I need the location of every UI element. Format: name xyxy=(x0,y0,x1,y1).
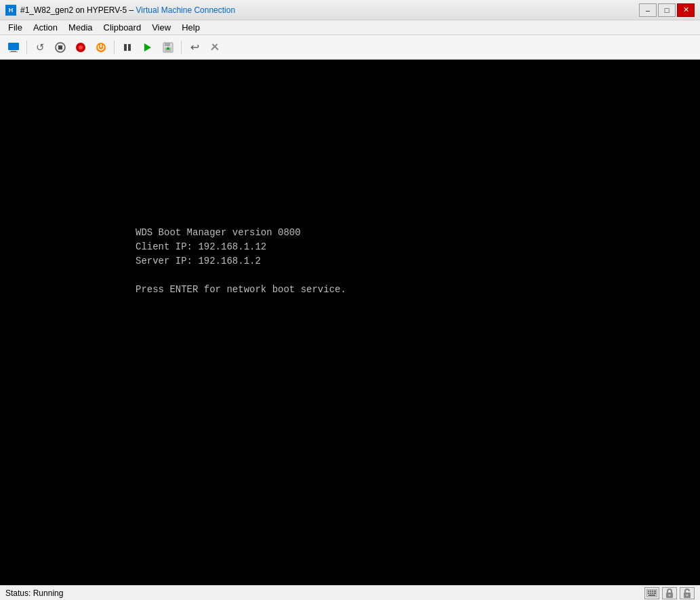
toolbar: ↺ xyxy=(0,35,700,60)
lock-open-icon xyxy=(680,587,695,599)
boot-line-3: Server IP: 192.168.1.2 xyxy=(136,254,346,268)
title-bar-left: H #1_W82_gen2 on HYPERV-5 – Virtual Mach… xyxy=(5,5,235,16)
menu-action[interactable]: Action xyxy=(28,21,63,34)
toolbar-separator-1 xyxy=(26,41,27,54)
minimize-button[interactable]: – xyxy=(639,3,657,17)
shutdown-button[interactable] xyxy=(71,39,90,56)
title-suffix: Virtual Machine Connection xyxy=(136,5,236,15)
toolbar-separator-2 xyxy=(114,41,115,54)
svg-rect-25 xyxy=(654,593,656,594)
lock-closed-icon xyxy=(662,587,677,599)
svg-point-30 xyxy=(686,594,688,596)
stop-icon xyxy=(55,42,66,53)
menu-clipboard[interactable]: Clipboard xyxy=(98,21,147,34)
svg-rect-23 xyxy=(650,593,651,594)
delete-icon xyxy=(210,43,220,52)
svg-rect-26 xyxy=(648,595,655,596)
svg-point-6 xyxy=(79,45,83,49)
boot-line-2: Client IP: 192.168.1.12 xyxy=(136,240,346,254)
title-bar-text: #1_W82_gen2 on HYPERV-5 – Virtual Machin… xyxy=(20,5,235,15)
power-icon xyxy=(96,42,106,53)
save-state-button[interactable] xyxy=(159,39,178,56)
svg-rect-20 xyxy=(652,591,653,592)
svg-rect-22 xyxy=(648,593,649,594)
restore-button[interactable]: □ xyxy=(658,3,676,17)
toolbar-separator-3 xyxy=(181,41,182,54)
boot-line-5: Press ENTER for network boot service. xyxy=(136,283,346,297)
vm-screen[interactable]: WDS Boot Manager version 0800 Client IP:… xyxy=(0,60,700,585)
svg-marker-10 xyxy=(144,43,151,52)
status-bar: Status: Running xyxy=(0,585,700,600)
stop-button[interactable] xyxy=(51,39,70,56)
app-icon: H xyxy=(5,5,16,16)
play-button[interactable] xyxy=(138,39,157,56)
title-prefix: #1_W82_gen2 on HYPERV-5 xyxy=(20,5,127,15)
menu-media[interactable]: Media xyxy=(63,21,98,34)
svg-rect-19 xyxy=(650,591,651,592)
svg-rect-24 xyxy=(652,593,653,594)
boot-line-1: WDS Boot Manager version 0800 xyxy=(136,226,346,240)
boot-line-4 xyxy=(136,268,346,283)
vm-boot-content: WDS Boot Manager version 0800 Client IP:… xyxy=(136,226,346,297)
hyperv-logo-button[interactable] xyxy=(4,39,23,56)
svg-rect-21 xyxy=(654,591,656,592)
reset-icon: ↺ xyxy=(36,41,45,54)
undo-button[interactable]: ↩ xyxy=(185,39,204,56)
svg-rect-0 xyxy=(8,43,19,50)
delete-button[interactable] xyxy=(205,39,224,56)
menu-file[interactable]: File xyxy=(3,21,28,34)
menu-view[interactable]: View xyxy=(146,21,176,34)
status-text: Status: Running xyxy=(5,588,63,598)
power-button[interactable] xyxy=(91,39,110,56)
keyboard-icon xyxy=(644,587,659,599)
undo-icon: ↩ xyxy=(190,41,199,54)
svg-point-28 xyxy=(669,594,671,596)
reset-button[interactable]: ↺ xyxy=(30,39,49,56)
save-icon xyxy=(163,42,173,53)
close-button[interactable]: ✕ xyxy=(677,3,695,17)
shutdown-icon xyxy=(75,42,86,53)
title-bar: H #1_W82_gen2 on HYPERV-5 – Virtual Mach… xyxy=(0,0,700,20)
pause-icon xyxy=(123,43,132,52)
title-separator: – xyxy=(129,5,136,15)
svg-rect-18 xyxy=(648,591,649,592)
menu-help[interactable]: Help xyxy=(176,21,205,34)
pause-button[interactable] xyxy=(118,39,137,56)
svg-rect-2 xyxy=(9,52,18,52)
status-icons xyxy=(644,587,695,599)
menu-bar: File Action Media Clipboard View Help xyxy=(0,20,700,35)
title-bar-controls: – □ ✕ xyxy=(639,3,695,17)
svg-rect-8 xyxy=(124,44,127,51)
svg-rect-9 xyxy=(128,44,131,51)
svg-rect-12 xyxy=(165,43,170,46)
svg-rect-4 xyxy=(58,45,62,49)
computer-icon xyxy=(7,41,20,54)
play-icon xyxy=(143,43,152,52)
